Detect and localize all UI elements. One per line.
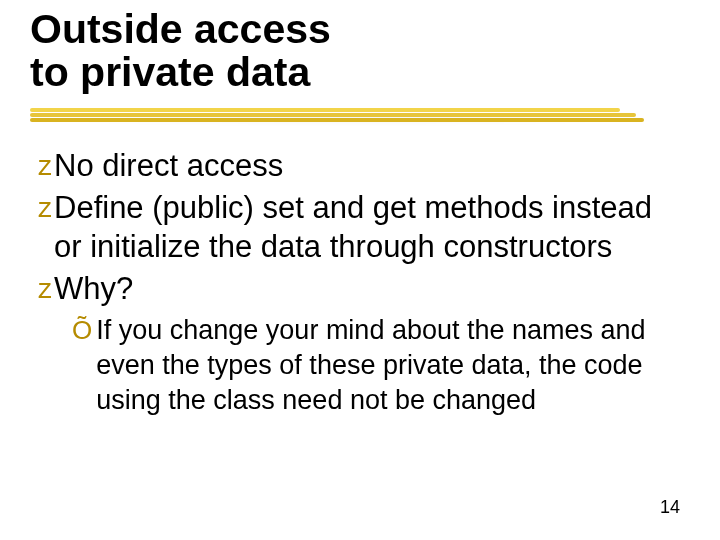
bullet-text: No direct access (54, 146, 670, 186)
underline-stroke-3 (30, 118, 644, 122)
bullet-text: Define (public) set and get methods inst… (54, 188, 670, 267)
bullet-level1: z Why? (38, 269, 670, 309)
title-underline (30, 108, 642, 126)
page-number: 14 (660, 497, 680, 518)
underline-stroke-2 (30, 113, 636, 117)
bullet-icon: z (38, 188, 52, 227)
title-line-2: to private data (30, 49, 310, 95)
bullet-level1: z No direct access (38, 146, 670, 186)
bullet-level2: Õ If you change your mind about the name… (72, 313, 670, 418)
body-text: z No direct access z Define (public) set… (38, 146, 670, 418)
sub-bullets: Õ If you change your mind about the name… (72, 313, 670, 418)
bullet-level1: z Define (public) set and get methods in… (38, 188, 670, 267)
sub-bullet-text: If you change your mind about the names … (96, 313, 670, 418)
bullet-icon: z (38, 146, 52, 185)
title-block: Outside access to private data (30, 8, 680, 95)
bullet-text: Why? (54, 269, 670, 309)
title-line-1: Outside access (30, 6, 331, 52)
bullet-icon: z (38, 269, 52, 308)
slide: Outside access to private data z No dire… (0, 0, 720, 540)
arrow-icon: Õ (72, 313, 92, 347)
underline-stroke-1 (30, 108, 620, 112)
slide-title: Outside access to private data (30, 8, 680, 95)
